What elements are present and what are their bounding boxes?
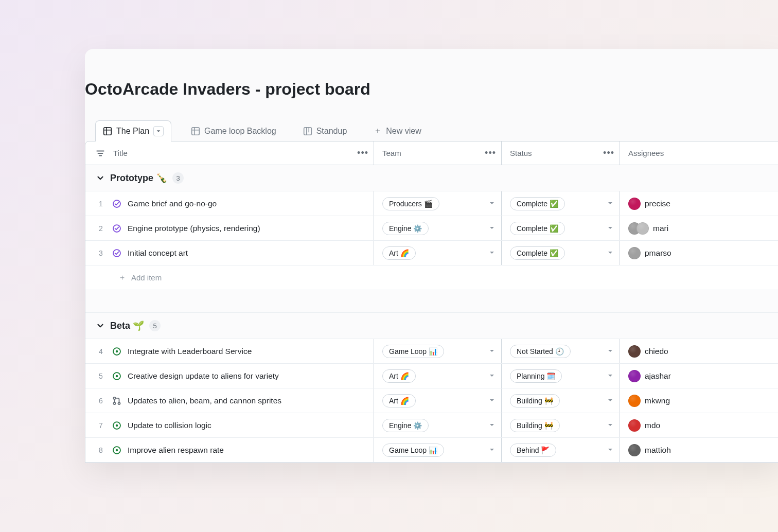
team-pill[interactable]: Art 🌈 <box>382 246 416 260</box>
chevron-down-icon <box>96 321 105 330</box>
status-pill[interactable]: Building 🚧 <box>510 419 560 432</box>
cell-dropdown-icon[interactable] <box>489 200 496 207</box>
cell-dropdown-icon[interactable] <box>489 225 496 232</box>
add-item-label: Add item <box>131 273 162 282</box>
tab-standup[interactable]: Standup <box>296 121 355 141</box>
svg-point-20 <box>113 402 115 404</box>
table-icon <box>103 127 112 136</box>
project-table: Title ••• Team ••• Status ••• Assignees … <box>85 141 778 463</box>
svg-rect-3 <box>192 127 200 135</box>
avatar <box>628 247 641 259</box>
column-menu-button[interactable]: ••• <box>485 148 496 158</box>
cell-dropdown-icon[interactable] <box>489 373 496 380</box>
column-menu-button[interactable]: ••• <box>603 148 614 158</box>
column-header-team[interactable]: Team <box>382 149 401 157</box>
status-pill[interactable]: Planning 🗓️ <box>510 369 562 383</box>
row-number: 4 <box>96 347 106 356</box>
views-tab-bar: The Plan Game loop Backlog <box>85 120 778 141</box>
cell-dropdown-icon[interactable] <box>489 397 496 404</box>
assignee-name: chiedo <box>645 347 668 356</box>
team-pill[interactable]: Game Loop 📊 <box>382 345 444 358</box>
status-pill[interactable]: Complete ✅ <box>510 222 565 235</box>
row-number: 8 <box>96 446 106 454</box>
cell-dropdown-icon[interactable] <box>607 373 614 380</box>
cell-dropdown-icon[interactable] <box>489 447 496 454</box>
group-header[interactable]: Prototype 🍾3 <box>85 165 778 191</box>
status-pill[interactable]: Building 🚧 <box>510 394 560 407</box>
cell-dropdown-icon[interactable] <box>489 348 496 355</box>
status-pill[interactable]: Complete ✅ <box>510 197 565 210</box>
cell-dropdown-icon[interactable] <box>489 250 496 257</box>
filter-icon[interactable] <box>96 149 105 158</box>
issue-state-icon <box>112 249 121 258</box>
table-row[interactable]: 6Updates to alien, beam, and cannon spri… <box>85 388 778 413</box>
assignee-name: mkwng <box>645 396 670 405</box>
issue-title: Update to collision logic <box>128 421 211 430</box>
svg-point-24 <box>116 424 118 427</box>
issue-title: Game brief and go-no-go <box>128 199 217 208</box>
add-item-button[interactable]: ＋Add item <box>85 265 778 290</box>
svg-point-26 <box>116 449 118 451</box>
column-header-title[interactable]: Title <box>113 149 128 157</box>
tab-label: The Plan <box>116 127 149 136</box>
status-pill[interactable]: Complete ✅ <box>510 246 565 260</box>
column-header-assignees[interactable]: Assignees <box>628 149 664 157</box>
group-header[interactable]: Beta 🌱5 <box>85 313 778 339</box>
column-header-status[interactable]: Status <box>510 149 532 157</box>
tab-the-plan[interactable]: The Plan <box>95 120 171 141</box>
svg-point-18 <box>116 375 118 377</box>
svg-point-16 <box>116 350 118 352</box>
column-menu-button[interactable]: ••• <box>357 148 368 158</box>
cell-dropdown-icon[interactable] <box>489 422 496 429</box>
cell-dropdown-icon[interactable] <box>607 250 614 257</box>
table-row[interactable]: 3Initial concept artArt 🌈Complete ✅pmars… <box>85 241 778 265</box>
issue-title: Integrate with Leaderboard Service <box>128 347 252 356</box>
team-pill[interactable]: Art 🌈 <box>382 369 416 383</box>
table-icon <box>191 127 200 136</box>
tab-game-loop-backlog[interactable]: Game loop Backlog <box>184 121 284 141</box>
avatar <box>628 395 641 407</box>
row-number: 7 <box>96 421 106 430</box>
cell-dropdown-icon[interactable] <box>607 422 614 429</box>
assignee-name: precise <box>645 199 670 208</box>
issue-title: Initial concept art <box>128 249 188 258</box>
cell-dropdown-icon[interactable] <box>607 447 614 454</box>
team-pill[interactable]: Art 🌈 <box>382 394 416 407</box>
new-view-button[interactable]: ＋ New view <box>366 120 428 141</box>
assignee-name: mari <box>653 224 668 233</box>
issue-state-icon <box>112 446 121 455</box>
team-pill[interactable]: Game Loop 📊 <box>382 444 444 457</box>
row-number: 3 <box>96 249 106 257</box>
team-pill[interactable]: Engine ⚙️ <box>382 419 429 432</box>
svg-point-21 <box>118 402 120 404</box>
table-row[interactable]: 7Update to collision logicEngine ⚙️Build… <box>85 413 778 438</box>
cell-dropdown-icon[interactable] <box>607 348 614 355</box>
issue-state-icon <box>112 347 121 356</box>
status-pill[interactable]: Behind 🚩 <box>510 444 556 457</box>
avatar <box>636 222 649 235</box>
team-pill[interactable]: Producers 🎬 <box>382 197 439 210</box>
group-gap <box>85 290 778 313</box>
assignee-name: mdo <box>645 421 660 430</box>
row-number: 6 <box>96 397 106 405</box>
table-row[interactable]: 1Game brief and go-no-goProducers 🎬Compl… <box>85 191 778 216</box>
avatar <box>628 198 641 210</box>
status-pill[interactable]: Not Started 🕘 <box>510 345 571 358</box>
group-count-badge: 5 <box>149 320 161 331</box>
row-number: 5 <box>96 372 106 380</box>
cell-dropdown-icon[interactable] <box>607 397 614 404</box>
table-row[interactable]: 4Integrate with Leaderboard ServiceGame … <box>85 339 778 364</box>
group-name: Prototype 🍾 <box>110 172 167 184</box>
project-board-window: OctoArcade Invaders - project board The … <box>85 49 778 463</box>
tab-dropdown-button[interactable] <box>153 126 164 136</box>
new-view-label: New view <box>386 127 421 136</box>
tab-label: Game loop Backlog <box>204 127 276 136</box>
team-pill[interactable]: Engine ⚙️ <box>382 222 429 235</box>
table-row[interactable]: 5Creative design update to aliens for va… <box>85 364 778 388</box>
table-row[interactable]: 2Engine prototype (physics, rendering)En… <box>85 216 778 241</box>
group-count-badge: 3 <box>172 172 184 184</box>
cell-dropdown-icon[interactable] <box>607 200 614 207</box>
issue-state-icon <box>112 371 121 381</box>
cell-dropdown-icon[interactable] <box>607 225 614 232</box>
table-row[interactable]: 8Improve alien respawn rateGame Loop 📊Be… <box>85 438 778 463</box>
